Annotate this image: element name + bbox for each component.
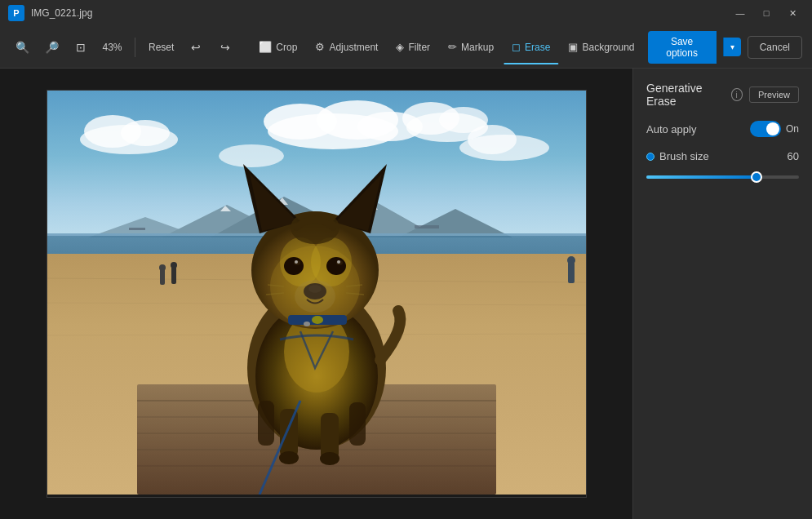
svg-point-47 [279, 451, 299, 464]
adjustment-label: Adjustment [329, 42, 378, 53]
toolbar-left: 🔍 🔎 ⊡ 43% Reset ↩ ↪ [10, 35, 237, 60]
redo-button[interactable]: ↪ [213, 35, 237, 60]
svg-point-68 [295, 280, 335, 313]
svg-point-48 [320, 452, 339, 465]
canvas-area[interactable] [0, 69, 632, 519]
zoom-value: 43% [98, 42, 126, 53]
crop-tool-button[interactable]: ⬜ Crop [251, 36, 305, 58]
markup-icon: ✏ [448, 41, 457, 53]
maximize-button[interactable]: □ [755, 5, 778, 21]
toolbar-right: Save options ▾ Cancel [648, 31, 803, 64]
svg-rect-45 [280, 409, 298, 458]
zoom-in-button[interactable]: 🔎 [39, 35, 64, 60]
svg-point-74 [312, 316, 323, 324]
filter-icon: ◈ [396, 41, 404, 53]
erase-label: Erase [525, 42, 550, 53]
save-options-button[interactable]: Save options [648, 31, 717, 64]
svg-point-60 [284, 257, 304, 275]
svg-point-65 [337, 260, 340, 264]
titlebar-left: P IMG_0221.jpg [8, 5, 92, 21]
erase-icon: ◻ [512, 41, 521, 53]
svg-point-61 [326, 257, 346, 275]
image-container [47, 90, 587, 498]
close-button[interactable]: ✕ [781, 5, 804, 21]
brush-size-slider-container [646, 169, 799, 185]
brush-size-value: 60 [788, 150, 799, 162]
zoom-out-button[interactable]: 🔍 [10, 35, 34, 60]
brush-size-slider-fill [646, 175, 757, 179]
save-dropdown-button[interactable]: ▾ [723, 38, 741, 56]
background-tool-button[interactable]: ▣ Background [560, 36, 642, 58]
adjustment-tool-button[interactable]: ⚙ Adjustment [307, 36, 386, 58]
svg-point-33 [171, 262, 177, 268]
right-panel: Generative Erase i Preview Auto apply On… [632, 69, 812, 519]
brush-header: Brush size 60 [646, 150, 799, 162]
filter-label: Filter [408, 42, 430, 53]
toggle-knob [766, 122, 779, 135]
svg-rect-50 [349, 402, 366, 446]
adjustment-icon: ⚙ [315, 41, 325, 53]
background-icon: ▣ [568, 41, 578, 53]
svg-rect-34 [568, 262, 575, 283]
svg-point-13 [439, 107, 488, 133]
minimize-button[interactable]: — [729, 5, 752, 21]
panel-title: Generative Erase [646, 82, 725, 108]
brush-dot-icon [646, 153, 654, 161]
dog-beach-image [47, 91, 586, 495]
crop-icon: ⬜ [259, 41, 272, 53]
markup-label: Markup [461, 42, 494, 53]
svg-rect-32 [171, 266, 176, 284]
markup-tool-button[interactable]: ✏ Markup [440, 36, 502, 58]
auto-apply-toggle[interactable] [750, 121, 781, 137]
separator [135, 38, 135, 57]
panel-header: Generative Erase i Preview [646, 82, 799, 108]
nav-tools: ⬜ Crop ⚙ Adjustment ◈ Filter ✏ Markup ◻ … [251, 36, 642, 58]
info-icon[interactable]: i [731, 88, 743, 101]
toggle-on-label: On [786, 123, 799, 135]
erase-tool-button[interactable]: ◻ Erase [504, 36, 558, 58]
auto-apply-label: Auto apply [646, 123, 696, 135]
svg-point-75 [304, 322, 310, 326]
cancel-button[interactable]: Cancel [748, 36, 802, 59]
svg-rect-25 [415, 225, 439, 228]
fit-button[interactable]: ⊡ [69, 35, 93, 60]
svg-rect-49 [258, 401, 274, 446]
main-content: Generative Erase i Preview Auto apply On… [0, 69, 812, 519]
brush-size-label: Brush size [659, 150, 709, 162]
background-label: Background [582, 42, 634, 53]
svg-point-35 [567, 256, 575, 264]
svg-point-31 [159, 264, 166, 271]
brush-size-row: Brush size 60 [646, 150, 799, 185]
titlebar-filename: IMG_0221.jpg [31, 7, 92, 19]
svg-point-64 [295, 260, 298, 264]
app-icon: P [8, 5, 24, 21]
svg-point-10 [219, 144, 284, 167]
auto-apply-row: Auto apply On [646, 121, 799, 137]
brush-label-container: Brush size [646, 150, 709, 162]
svg-point-3 [121, 120, 170, 146]
brush-size-slider-thumb[interactable] [751, 171, 762, 183]
titlebar-controls: — □ ✕ [729, 5, 804, 21]
reset-button[interactable]: Reset [144, 38, 179, 56]
main-toolbar: 🔍 🔎 ⊡ 43% Reset ↩ ↪ ⬜ Crop ⚙ Adjustment … [0, 26, 812, 69]
titlebar: P IMG_0221.jpg — □ ✕ [0, 0, 812, 26]
svg-rect-24 [129, 228, 145, 230]
preview-button[interactable]: Preview [749, 86, 799, 103]
brush-size-slider-track [646, 175, 799, 179]
crop-label: Crop [276, 42, 297, 53]
filter-tool-button[interactable]: ◈ Filter [388, 36, 438, 58]
undo-button[interactable]: ↩ [184, 35, 208, 60]
toggle-container: On [750, 121, 799, 137]
